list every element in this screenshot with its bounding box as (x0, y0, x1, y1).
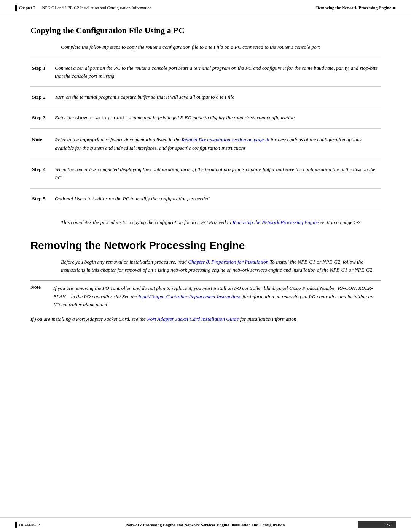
port-adapter-link-text: Port Adapter Jacket Card Installation Gu… (147, 316, 239, 322)
note-label: Note (30, 132, 53, 156)
step-1-label: Step 1 (30, 61, 53, 83)
proceed-suffix: section on page 7-7 (319, 219, 360, 225)
removing-section-intro: Before you begin any removal or installa… (30, 258, 381, 274)
removing-section-title: Removing the Network Processing Engine (30, 240, 381, 252)
page-footer: OL-4448-12 Network Processing Engine and… (0, 517, 411, 532)
step-5-row: Step 5 Optional Use a te t editor on the… (30, 192, 381, 206)
header-right: Removing the Network Processing Engine ■ (316, 5, 396, 10)
step-1-content: Connect a serial port on the PC to the r… (53, 61, 381, 83)
step-4-text: When the router has completed displaying… (55, 166, 375, 181)
step-2-label: Step 2 (30, 90, 53, 104)
step-3-text-prefix: Enter the (55, 115, 75, 120)
io-controller-link-text: Input/Output Controller Replacement Inst… (138, 294, 241, 299)
divider-after-step2 (30, 107, 381, 107)
step-3-text-suffix: command in privileged E EC mode to displ… (131, 115, 295, 120)
divider-after-note (30, 159, 381, 159)
footer-doc-title: Network Processing Engine and Network Se… (126, 522, 285, 527)
step-3-label: Step 3 (30, 110, 53, 125)
port-adapter-link[interactable]: Port Adapter Jacket Card Installation Gu… (147, 316, 239, 322)
step-2-row: Step 2 Turn on the terminal program's ca… (30, 90, 381, 104)
page-header: Chapter 7 NPE-G1 and NPE-G2 Installation… (0, 0, 411, 14)
footer-page-number: 7 -7 (358, 521, 396, 528)
header-right-title: Removing the Network Processing Engine (316, 5, 391, 10)
note-row: Note Refer to the appropriate software d… (30, 132, 381, 156)
divider-after-step4 (30, 188, 381, 189)
removing-note-content: If you are removing the I/O controller, … (53, 284, 381, 309)
removing-note-label: Note (30, 284, 53, 309)
footer-bar (15, 522, 17, 528)
step-3-content: Enter the show startup-configcommand in … (53, 110, 381, 125)
note-text-prefix: Refer to the appropriate software docume… (55, 137, 182, 142)
steps-table: Step 1 Connect a serial port on the PC t… (30, 61, 381, 212)
step-3-row: Step 3 Enter the show startup-configcomm… (30, 110, 381, 125)
proceed-link[interactable]: Removing the Network Processing Engine (233, 219, 319, 225)
step-3-code: show startup-config (75, 115, 131, 121)
header-bar (15, 5, 17, 11)
divider-1 (30, 58, 381, 58)
note-related-doc-link[interactable]: Related Documentation section on page ii… (182, 137, 269, 142)
footer-left: OL-4448-12 (15, 522, 53, 528)
divider-row-6 (30, 206, 381, 212)
header-chapter-title: NPE-G1 and NPE-G2 Installation and Confi… (42, 5, 152, 10)
footer-doc-number: OL-4448-12 (19, 522, 40, 527)
divider-row-2 (30, 104, 381, 110)
divider-after-step3 (30, 128, 381, 129)
step-4-label: Step 4 (30, 162, 53, 185)
divider-row-1 (30, 83, 381, 90)
divider-row-3 (30, 125, 381, 132)
io-controller-link[interactable]: Input/Output Controller Replacement Inst… (138, 294, 241, 299)
proceed-link-text: Removing the Network Processing Engine (233, 219, 319, 225)
copying-section-intro: Complete the following steps to copy the… (30, 43, 381, 51)
step-1-row: Step 1 Connect a serial port on the PC t… (30, 61, 381, 83)
step-4-row: Step 4 When the router has completed dis… (30, 162, 381, 185)
proceed-text: This completes the procedure for copying… (30, 212, 381, 230)
step-4-content: When the router has completed displaying… (53, 162, 381, 185)
removing-intro-link[interactable]: Chapter 8, Preparation for Installation (188, 259, 268, 265)
removing-intro-link-text: Chapter 8, Preparation for Installation (188, 259, 268, 265)
step-5-text: Optional Use a te t editor on the PC to … (55, 196, 210, 201)
proceed-prefix: This completes the procedure for copying… (61, 219, 233, 225)
step-2-content: Turn on the terminal program's capture b… (53, 90, 381, 104)
divider-after-step1 (30, 86, 381, 87)
final-text-suffix: for installation information (239, 316, 296, 322)
divider-after-step5 (30, 209, 381, 209)
removing-intro-prefix: Before you begin any removal or installa… (61, 259, 188, 265)
footer-center: Network Processing Engine and Network Se… (53, 522, 358, 527)
divider-row-4 (30, 156, 381, 162)
step-2-text: Turn on the terminal program's capture b… (55, 94, 234, 100)
final-note-text: If you are installing a Port Adapter Jac… (30, 315, 381, 323)
step-5-content: Optional Use a te t editor on the PC to … (53, 192, 381, 206)
divider-row-5 (30, 185, 381, 192)
note-content: Refer to the appropriate software docume… (53, 132, 381, 156)
header-chapter: Chapter 7 (19, 5, 35, 10)
step-1-text: Connect a serial port on the PC to the r… (55, 65, 378, 79)
final-text-prefix: If you are installing a Port Adapter Jac… (30, 316, 147, 322)
page-content: Copying the Configuration File Using a P… (0, 14, 411, 353)
header-left: Chapter 7 NPE-G1 and NPE-G2 Installation… (15, 5, 151, 11)
header-separator (38, 5, 40, 10)
removing-note-block: Note If you are removing the I/O control… (30, 280, 381, 309)
step-5-label: Step 5 (30, 192, 53, 206)
copying-section-title: Copying the Configuration File Using a P… (30, 26, 381, 35)
